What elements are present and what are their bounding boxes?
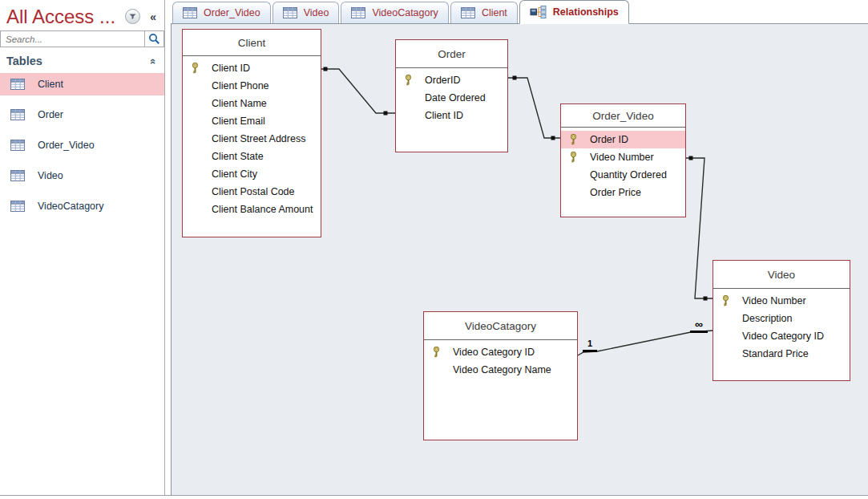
field-name: Video Category ID xyxy=(742,331,824,342)
field-name: Order Price xyxy=(590,187,641,198)
line-endpoint-dot xyxy=(384,112,388,116)
primary-key-icon xyxy=(721,295,731,306)
diagram-table-client[interactable]: Client Client IDClient PhoneClient NameC… xyxy=(182,29,321,237)
field-name: Client ID xyxy=(425,110,463,121)
diagram-table-video[interactable]: Video Video NumberDescriptionVideo Categ… xyxy=(713,260,850,381)
field-row-orderid[interactable]: OrderID xyxy=(396,71,507,89)
relationship-line-videocatagory-video[interactable] xyxy=(578,331,713,355)
table-title: VideoCatagory xyxy=(424,312,577,340)
field-row-order-price[interactable]: Order Price xyxy=(561,184,685,201)
sidebar-item-order[interactable]: Order xyxy=(0,103,164,126)
field-row-video-number[interactable]: Video Number xyxy=(561,148,685,166)
field-row-video-category-name[interactable]: Video Category Name xyxy=(424,361,577,379)
tab-videocatagory[interactable]: VideoCatagory xyxy=(341,2,448,23)
nav-pane-title: All Access ... xyxy=(6,6,125,28)
nav-menu-button[interactable] xyxy=(125,9,140,24)
field-row-video-category-id[interactable]: Video Category ID xyxy=(424,343,577,361)
field-name: Standard Price xyxy=(742,348,809,359)
primary-key-icon xyxy=(568,134,579,145)
field-name: Date Ordered xyxy=(425,92,486,103)
field-row-client-name[interactable]: Client Name xyxy=(183,95,321,112)
field-row-client-state[interactable]: Client State xyxy=(183,148,321,165)
primary-key-icon xyxy=(568,152,579,163)
sidebar-item-video[interactable]: Video xyxy=(0,164,164,187)
field-name: Client Balance Amount xyxy=(212,204,313,215)
table-icon xyxy=(10,201,25,212)
relationship-line-ordervideo-video[interactable] xyxy=(686,158,713,298)
table-title: Video xyxy=(713,261,850,289)
collapse-section-icon[interactable]: « xyxy=(147,58,159,63)
field-name: Client Postal Code xyxy=(212,186,295,197)
table-icon xyxy=(461,7,475,18)
line-endpoint-dot xyxy=(551,136,555,140)
sidebar-item-videocatagory[interactable]: VideoCatagory xyxy=(0,195,164,217)
sidebar-item-order-video[interactable]: Order_Video xyxy=(0,134,164,156)
filter-down-arrow-icon xyxy=(129,14,136,20)
field-row-client-balance-amount[interactable]: Client Balance Amount xyxy=(183,201,321,218)
field-name: Description xyxy=(742,313,793,324)
sidebar-item-label: Order_Video xyxy=(38,140,95,151)
table-fields: Video Category IDVideo Category Name xyxy=(424,340,577,379)
diagram-table-order[interactable]: Order OrderIDDate OrderedClient ID xyxy=(395,39,508,152)
line-endpoint-dot xyxy=(689,156,693,160)
field-row-video-category-id[interactable]: Video Category ID xyxy=(713,327,850,345)
tab-label: Video xyxy=(304,7,329,18)
nav-search-box xyxy=(0,30,164,47)
field-name: Order ID xyxy=(590,134,628,145)
table-icon xyxy=(283,7,297,18)
field-row-order-id[interactable]: Order ID xyxy=(561,131,685,148)
tab-order-video[interactable]: Order_Video xyxy=(172,2,271,23)
tab-video[interactable]: Video xyxy=(273,2,340,23)
tab-relationships[interactable]: Relationships xyxy=(519,0,629,24)
field-row-client-postal-code[interactable]: Client Postal Code xyxy=(183,183,321,201)
one-cardinality-label: 1 xyxy=(587,339,592,348)
sidebar-item-client[interactable]: Client xyxy=(0,73,164,95)
field-row-client-phone[interactable]: Client Phone xyxy=(183,77,321,95)
line-endpoint-dot xyxy=(513,76,517,80)
field-name: Video Number xyxy=(742,295,806,306)
field-row-standard-price[interactable]: Standard Price xyxy=(713,345,850,363)
tab-label: Relationships xyxy=(553,6,619,18)
search-button[interactable] xyxy=(144,31,164,47)
field-row-quantity-ordered[interactable]: Quantity Ordered xyxy=(561,166,685,184)
table-icon xyxy=(10,170,25,181)
field-name: Video Category Name xyxy=(453,364,551,375)
relationships-canvas: 1∞ Client Client IDClient PhoneClient Na… xyxy=(171,24,868,495)
field-row-client-city[interactable]: Client City xyxy=(183,165,321,183)
tab-label: Order_Video xyxy=(204,7,260,18)
table-icon xyxy=(183,7,197,18)
many-cardinality-label: ∞ xyxy=(695,318,703,331)
relationship-line-client-order[interactable] xyxy=(321,69,395,113)
field-name: Client State xyxy=(212,151,264,162)
table-fields: OrderIDDate OrderedClient ID xyxy=(396,68,507,124)
field-row-client-id[interactable]: Client ID xyxy=(396,107,507,124)
diagram-table-videocatagory[interactable]: VideoCatagory Video Category IDVideo Cat… xyxy=(423,311,578,440)
search-input[interactable] xyxy=(1,31,144,47)
tab-client[interactable]: Client xyxy=(450,2,518,23)
field-name: Client Street Address xyxy=(212,133,305,144)
field-row-date-ordered[interactable]: Date Ordered xyxy=(396,89,507,107)
field-name: Client Name xyxy=(212,98,267,109)
table-title: Client xyxy=(183,30,321,56)
tables-section-label: Tables xyxy=(6,55,151,67)
field-name: Client Email xyxy=(212,116,265,127)
table-fields: Client IDClient PhoneClient NameClient E… xyxy=(183,56,321,218)
tables-section-header[interactable]: Tables « xyxy=(0,47,164,71)
line-endpoint-dot xyxy=(704,297,708,301)
field-name: Video Number xyxy=(590,152,654,163)
primary-key-icon xyxy=(403,75,414,86)
field-row-client-street-address[interactable]: Client Street Address xyxy=(183,130,321,148)
field-name: OrderID xyxy=(425,75,460,86)
tab-label: VideoCatagory xyxy=(372,7,438,18)
field-row-video-number[interactable]: Video Number xyxy=(713,292,850,310)
relationship-line-order-ordervideo[interactable] xyxy=(508,78,560,138)
shutter-bar-collapse-icon[interactable]: « xyxy=(150,10,158,23)
relationships-icon xyxy=(530,6,547,18)
field-name: Client City xyxy=(212,168,257,180)
many-side-bar xyxy=(690,331,708,333)
field-row-client-id[interactable]: Client ID xyxy=(183,59,321,77)
field-row-client-email[interactable]: Client Email xyxy=(183,112,321,130)
field-row-description[interactable]: Description xyxy=(713,310,850,327)
table-icon xyxy=(10,79,25,90)
diagram-table-order-video[interactable]: Order_Video Order ID Video NumberQuantit… xyxy=(560,103,686,217)
